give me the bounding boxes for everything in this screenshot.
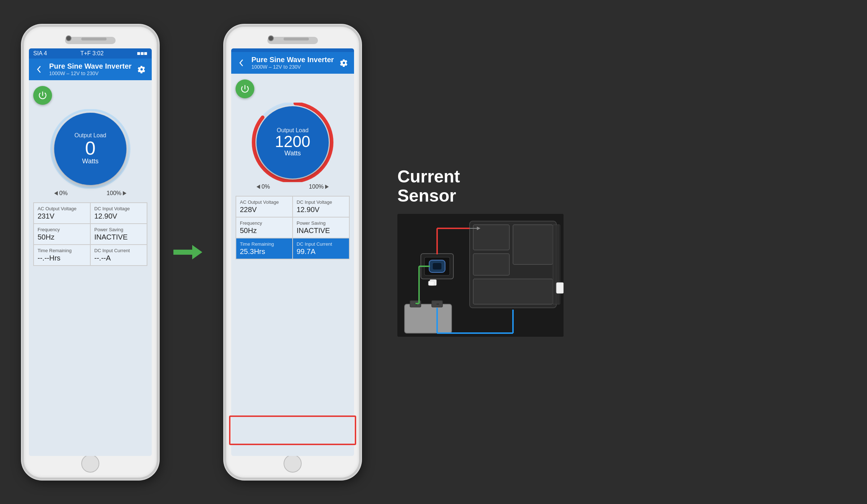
phone2-pct-left: 0% <box>256 184 270 190</box>
svg-rect-20 <box>405 304 452 333</box>
phone1-pct-left-label: 0% <box>59 190 68 197</box>
green-arrow-annotation <box>173 245 202 259</box>
phone1-cell-3-value: INACTIVE <box>94 233 143 241</box>
phone1-cell-0: AC Output Voltage 231V <box>34 203 90 224</box>
phone2-cell-5-label: DC Input Current <box>297 241 345 247</box>
phone2-status-bar <box>231 48 354 52</box>
phone2-cell-4: Time Remaining 25.3Hrs <box>236 238 293 259</box>
phone2-cell-2-label: Frequency <box>240 220 289 226</box>
phone2-pct-left-label: 0% <box>262 184 270 190</box>
phone1-home-button[interactable] <box>81 455 99 473</box>
phone2-gauge-value: 1200 <box>275 134 310 150</box>
phone2-power-button[interactable] <box>236 79 254 98</box>
phone1-cell-5-label: DC Input Current <box>94 248 143 253</box>
phone2-pct-right: 100% <box>309 184 329 190</box>
phone2-app-title: Pure Sine Wave Inverter <box>251 56 334 64</box>
svg-rect-36 <box>428 281 434 285</box>
svg-text:–: – <box>436 301 439 307</box>
phone2-frame: Pure Sine Wave Inverter 1000W – 12V to 2… <box>224 25 361 480</box>
sensor-title-line1: Current <box>397 167 460 186</box>
phone2-cell-3: Power Saving INACTIVE <box>293 217 349 238</box>
phone1-pct-right: 100% <box>107 190 126 197</box>
phone2-cell-0-value: 228V <box>240 206 289 214</box>
phone2-wrapper: Pure Sine Wave Inverter 1000W – 12V to 2… <box>224 25 361 480</box>
phone1-data-grid: AC Output Voltage 231V DC Input Voltage … <box>33 202 147 266</box>
svg-rect-18 <box>433 263 441 270</box>
phone2-app-subtitle: 1000W – 12V to 230V <box>251 64 334 70</box>
phone1-title-group: Pure Sine Wave Inverter 1000W – 12V to 2… <box>49 62 131 76</box>
phone2-gauge-container: Output Load 1200 Watts <box>249 103 336 182</box>
phone2-cell-1-label: DC Input Voltage <box>297 199 345 205</box>
phone1-cell-4-value: --.--Hrs <box>38 254 86 262</box>
main-scene: SIA 4 T+F 3:02 ■■■ Pure Sine Wave Invert… <box>22 14 845 490</box>
phone1-app-subtitle: 1000W – 12V to 230V <box>49 70 131 76</box>
phone2-app-body: Output Load 1200 Watts 0% 100% <box>231 74 354 456</box>
phone2-gauge-circle: Output Load 1200 Watts <box>256 106 329 178</box>
phone1-carrier: SIA 4 <box>33 50 47 57</box>
svg-rect-7 <box>473 254 509 275</box>
phone2-cell-1-value: 12.90V <box>297 206 345 214</box>
green-arrow-icon <box>173 245 202 259</box>
phone1-camera <box>66 35 72 41</box>
phone1-power-button[interactable] <box>33 86 52 105</box>
phone1-cell-1-value: 12.90V <box>94 212 143 220</box>
phone1-time: T+F 3:02 <box>80 50 103 57</box>
phone1-app-body: Output Load 0 Watts 0% 100% <box>29 80 152 456</box>
phone1-back-button[interactable] <box>34 64 44 74</box>
phone1-gear-button[interactable] <box>137 64 147 74</box>
phone1-gauge-label: Output Load <box>74 132 106 139</box>
circuit-diagram: + – <box>397 214 564 337</box>
phone2-camera <box>268 35 274 41</box>
phone1-arrow-right-icon <box>123 191 126 195</box>
phone1-gauge-unit: Watts <box>82 158 98 165</box>
phone1-frame: SIA 4 T+F 3:02 ■■■ Pure Sine Wave Invert… <box>22 25 159 480</box>
phone1-cell-1-label: DC Input Voltage <box>94 206 143 211</box>
phone2-cell-5-value: 99.7A <box>297 247 345 256</box>
phone2-cell-5: DC Input Current 99.7A <box>293 238 349 259</box>
phone2-cell-2: Frequency 50Hz <box>236 217 293 238</box>
circuit-svg: + – <box>397 214 564 337</box>
phone2-cell-3-label: Power Saving <box>297 220 345 226</box>
phone1-gauge-container: Output Load 0 Watts <box>47 109 134 189</box>
phone2-app-header: Pure Sine Wave Inverter 1000W – 12V to 2… <box>231 52 354 74</box>
phone1-cell-2: Frequency 50Hz <box>34 224 90 245</box>
phone1-cell-1: DC Input Voltage 12.90V <box>90 203 147 224</box>
phone2-cell-0: AC Output Voltage 228V <box>236 196 293 217</box>
phone2-cell-4-value: 25.3Hrs <box>240 247 289 256</box>
phone2-speaker <box>284 38 309 40</box>
phone1-pct-right-label: 100% <box>107 190 121 197</box>
phone1-cell-4: Time Remaining --.--Hrs <box>34 245 90 266</box>
phone2-gear-button[interactable] <box>339 58 349 68</box>
phone1-arrow-left-icon <box>54 191 58 195</box>
phone1-speaker <box>81 38 107 40</box>
phone1-cell-0-label: AC Output Voltage <box>38 206 86 211</box>
phone2-back-button[interactable] <box>236 58 246 68</box>
sensor-title-line2: Sensor <box>397 186 460 206</box>
phone2-pct-right-label: 100% <box>309 184 324 190</box>
phone2-cell-1: DC Input Voltage 12.90V <box>293 196 349 217</box>
phone2-cell-4-label: Time Remaining <box>240 241 289 247</box>
phone2-arrow-right-icon <box>325 185 329 189</box>
phone1-gauge-circle: Output Load 0 Watts <box>54 113 126 185</box>
phone1-app-header: Pure Sine Wave Inverter 1000W – 12V to 2… <box>29 59 152 80</box>
phone1-cell-2-label: Frequency <box>38 227 86 232</box>
phone1-pct-left: 0% <box>54 190 68 197</box>
phone1-cell-5-value: --.--A <box>94 254 143 262</box>
svg-rect-8 <box>473 279 553 304</box>
phone2-title-group: Pure Sine Wave Inverter 1000W – 12V to 2… <box>251 56 334 70</box>
phone2-cell-2-value: 50Hz <box>240 227 289 235</box>
phone1-battery: ■■■ <box>137 50 147 57</box>
phone1-screen: SIA 4 T+F 3:02 ■■■ Pure Sine Wave Invert… <box>29 48 152 456</box>
phone1-app-title: Pure Sine Wave Inverter <box>49 62 131 70</box>
sensor-diagram: Current Sensor <box>383 167 845 337</box>
phone1-cell-3: Power Saving INACTIVE <box>90 224 147 245</box>
phone1-status-bar: SIA 4 T+F 3:02 ■■■ <box>29 48 152 59</box>
phone2-arrow-left-icon <box>256 185 260 189</box>
phone2-data-grid: AC Output Voltage 228V DC Input Voltage … <box>236 196 350 259</box>
phone1-gauge-pct: 0% 100% <box>47 190 134 197</box>
phone1-cell-5: DC Input Current --.--A <box>90 245 147 266</box>
phone2-screen: Pure Sine Wave Inverter 1000W – 12V to 2… <box>231 48 354 456</box>
phone1-cell-2-value: 50Hz <box>38 233 86 241</box>
phone2-home-button[interactable] <box>284 455 302 473</box>
svg-rect-14 <box>556 283 564 293</box>
